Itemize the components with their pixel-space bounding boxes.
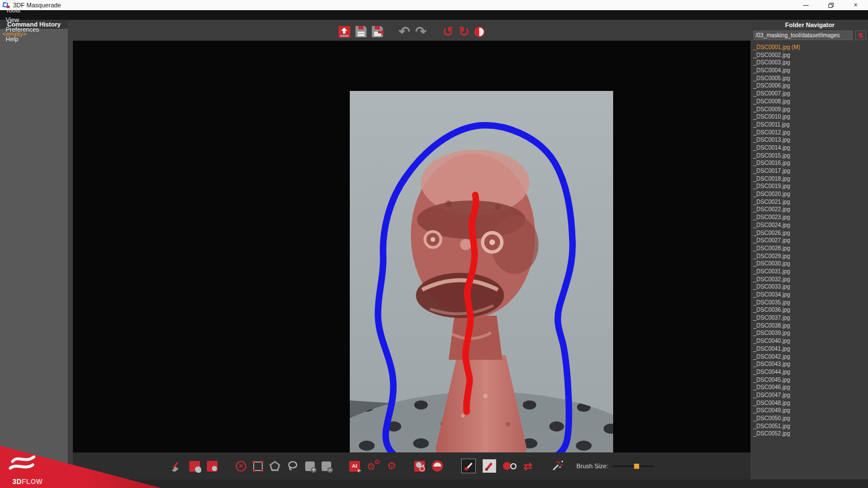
file-list-item[interactable]: _DSC0008.jpg	[753, 98, 868, 106]
menu-item[interactable]: Preferences	[0, 25, 45, 34]
brush-size-track[interactable]	[613, 465, 653, 467]
menu-item[interactable]: Tools	[0, 6, 45, 15]
file-list-item[interactable]: _DSC0028.jpg	[753, 245, 868, 252]
pen-tool-button-selected[interactable]	[461, 459, 476, 473]
settings-gear-button[interactable]: ⚙	[387, 460, 396, 472]
file-list-item[interactable]: _DSC0033.jpg	[753, 283, 868, 291]
file-list-item[interactable]: _DSC0022.jpg	[753, 206, 868, 213]
file-list-item[interactable]: _DSC0001.jpg (M)	[753, 43, 868, 51]
file-list-item[interactable]: _DSC0036.jpg	[753, 306, 868, 314]
file-list-item[interactable]: _DSC0026.jpg	[753, 229, 868, 237]
file-list-item[interactable]: _DSC0012.jpg	[753, 129, 868, 137]
file-list-item[interactable]: _DSC0010.jpg	[753, 113, 868, 121]
brush-slider-handle[interactable]	[634, 464, 639, 469]
file-list-item[interactable]: _DSC0030.jpg	[753, 260, 868, 268]
file-list-item[interactable]: _DSC0031.jpg	[753, 268, 868, 276]
file-list-item[interactable]: _DSC0050.jpg	[753, 415, 868, 422]
undo-button[interactable]: ↶	[399, 26, 410, 37]
file-list-item[interactable]: _DSC0018.jpg	[753, 175, 868, 183]
file-list-item[interactable]: _DSC0034.jpg	[753, 291, 868, 299]
clean-brush-button[interactable]	[170, 460, 183, 472]
file-list-item[interactable]: _DSC0023.jpg	[753, 213, 868, 221]
blob-icon	[195, 467, 201, 473]
file-list-item[interactable]: _DSC0038.jpg	[753, 322, 868, 330]
mask-brush-remove-button[interactable]	[207, 461, 218, 472]
file-list-item[interactable]: _DSC0029.jpg	[753, 252, 868, 260]
file-list-item[interactable]: _DSC0046.jpg	[753, 384, 868, 391]
menu-item[interactable]: Help	[0, 34, 45, 44]
file-list-item[interactable]: _DSC0037.jpg	[753, 314, 868, 322]
rotate-cw-button[interactable]: ↻	[458, 26, 469, 37]
file-list-item[interactable]: _DSC0005.jpg	[753, 75, 868, 82]
brush-size-slider[interactable]	[613, 462, 653, 470]
file-list-item[interactable]: _DSC0048.jpg	[753, 399, 868, 407]
file-list-item[interactable]: _DSC0047.jpg	[753, 391, 868, 399]
file-list-item[interactable]: _DSC0042.jpg	[753, 353, 868, 361]
save-mask-button[interactable]	[355, 26, 367, 37]
blob-icon	[212, 466, 217, 471]
file-list-item[interactable]: _DSC0020.jpg	[753, 190, 868, 198]
rotate-ccw-button[interactable]: ↺	[442, 26, 453, 37]
invert-mask-button[interactable]	[474, 27, 485, 37]
redo-button[interactable]: ↷	[415, 26, 427, 37]
refresh-folder-button[interactable]: ⇅	[855, 30, 866, 40]
file-list-item[interactable]: _DSC0017.jpg	[753, 167, 868, 175]
cancel-selection-button[interactable]: ×	[236, 461, 246, 472]
polygon-selection-button[interactable]	[270, 461, 280, 471]
selection-subtract-button[interactable]: −	[322, 461, 331, 471]
bubble-mask-button[interactable]	[414, 461, 425, 472]
brush-shape-button[interactable]	[503, 461, 517, 471]
file-list-item[interactable]: _DSC0021.jpg	[753, 198, 868, 206]
ai-segmentation-button[interactable]: AI	[349, 461, 360, 472]
upload-mask-button[interactable]	[338, 26, 350, 38]
file-list-item[interactable]: _DSC0044.jpg	[753, 368, 868, 376]
file-list-item[interactable]: _DSC0014.jpg	[753, 144, 868, 152]
file-list-item[interactable]: _DSC0049.jpg	[753, 407, 868, 415]
file-list-item[interactable]: _DSC0024.jpg	[753, 221, 868, 229]
restore-button[interactable]	[818, 0, 843, 10]
file-list-item[interactable]: _DSC0011.jpg	[753, 121, 868, 129]
file-list-item[interactable]: _DSC0035.jpg	[753, 299, 868, 307]
file-list-item[interactable]: _DSC0009.jpg	[753, 106, 868, 114]
file-list-item[interactable]: _DSC0013.jpg	[753, 136, 868, 144]
file-list-item[interactable]: _DSC0006.jpg	[753, 82, 868, 90]
file-list-item[interactable]: _DSC0019.jpg	[753, 182, 868, 190]
file-list-item[interactable]: _DSC0041.jpg	[753, 345, 868, 353]
masked-photo[interactable]	[350, 91, 613, 487]
file-list-item[interactable]: _DSC0040.jpg	[753, 337, 868, 345]
magic-wand-button[interactable]	[550, 460, 564, 472]
settings-gears-button[interactable]: ⚙ ⚙	[367, 460, 380, 472]
rectangle-selection-button[interactable]	[253, 461, 263, 471]
3dflow-brand-text: 3DFLOW	[12, 478, 43, 486]
folder-path-input[interactable]	[753, 30, 853, 40]
file-list-item[interactable]: _DSC0003.jpg	[753, 59, 868, 67]
file-list-item[interactable]: _DSC0045.jpg	[753, 376, 868, 384]
lasso-selection-button[interactable]	[287, 460, 298, 472]
image-canvas[interactable]	[73, 41, 750, 452]
save-mask-as-button[interactable]	[372, 26, 383, 37]
close-button[interactable]: ×	[843, 0, 868, 10]
menu-item[interactable]: Edit	[0, 0, 45, 6]
pen-icon	[462, 460, 475, 472]
file-list-item[interactable]: _DSC0051.jpg	[753, 422, 868, 430]
cursor-icon	[358, 469, 362, 473]
file-list-item[interactable]: _DSC0007.jpg	[753, 90, 868, 98]
folder-navigator-title: Folder Navigator	[752, 20, 868, 29]
file-list-item[interactable]: _DSC0032.jpg	[753, 276, 868, 284]
selection-add-button[interactable]: +	[305, 461, 315, 471]
menu-item[interactable]: View	[0, 15, 45, 25]
file-list-item[interactable]: _DSC0043.jpg	[753, 360, 868, 368]
file-list-item[interactable]: _DSC0027.jpg	[753, 237, 868, 245]
arrow-up-icon	[341, 28, 348, 34]
file-list-item[interactable]: _DSC0052.jpg	[753, 430, 868, 438]
file-list-item[interactable]: _DSC0016.jpg	[753, 159, 868, 167]
swap-mask-button[interactable]: ⇄	[523, 460, 532, 473]
file-list-item[interactable]: _DSC0004.jpg	[753, 67, 868, 75]
brush-tool-button[interactable]	[483, 459, 496, 473]
mask-preview-button[interactable]	[432, 460, 443, 472]
mask-brush-add-button[interactable]	[189, 461, 200, 472]
file-list-item[interactable]: _DSC0002.jpg	[753, 51, 868, 59]
file-list-item[interactable]: _DSC0039.jpg	[753, 329, 868, 337]
file-list-item[interactable]: _DSC0015.jpg	[753, 152, 868, 160]
minimize-button[interactable]	[793, 0, 818, 10]
